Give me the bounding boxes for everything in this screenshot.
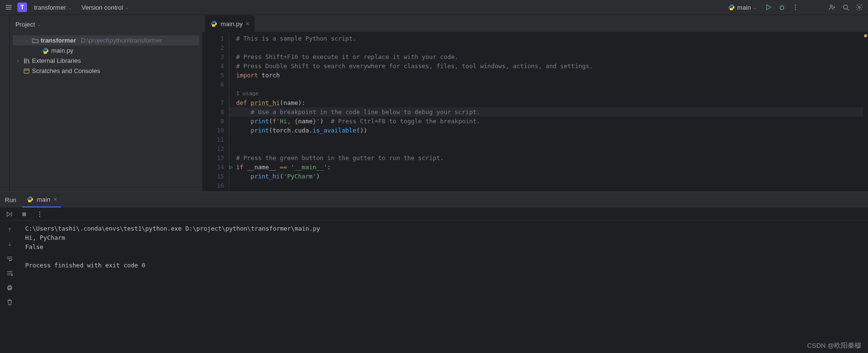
- run-side-toolbar: [0, 221, 19, 353]
- chevron-down-icon: ⌄: [125, 5, 129, 10]
- tree-scratches[interactable]: Scratches and Consoles: [13, 66, 199, 76]
- project-panel: Project ⌄ ⌄ transformer D:\project\pytho…: [10, 15, 202, 191]
- scroll-end-icon[interactable]: [5, 268, 15, 278]
- library-icon: [23, 58, 30, 64]
- watermark: CSDN @欧阳秦穆: [807, 341, 861, 350]
- chevron-down-icon: ⌄: [68, 5, 72, 10]
- code-line[interactable]: # Use a breakpoint in the code line belo…: [229, 107, 863, 117]
- print-icon[interactable]: [5, 283, 15, 293]
- code-line[interactable]: # This is a sample Python script.: [236, 34, 856, 43]
- code-line[interactable]: [236, 135, 856, 144]
- run-panel: Run main × C:\Users\tashi\.conda\env: [0, 191, 868, 353]
- tree-file[interactable]: main.py: [13, 45, 199, 56]
- svg-point-1: [795, 5, 796, 6]
- code-line[interactable]: # Press Shift+F10 to execute it or repla…: [236, 52, 856, 61]
- svg-point-11: [39, 216, 40, 217]
- svg-point-9: [39, 211, 40, 212]
- editor-tab[interactable]: main.py ×: [205, 15, 254, 32]
- code-line[interactable]: [236, 181, 856, 190]
- run-tab[interactable]: main ×: [22, 192, 61, 207]
- code-line[interactable]: print_hi('PyCharm'): [236, 172, 856, 181]
- vc-dropdown[interactable]: Version control ⌄: [78, 3, 132, 12]
- svg-point-4: [830, 5, 832, 7]
- project-dropdown[interactable]: transformer ⌄: [31, 3, 75, 12]
- up-icon[interactable]: [5, 225, 15, 235]
- svg-rect-8: [22, 212, 26, 216]
- svg-point-5: [843, 5, 847, 9]
- tree-scratches-label: Scratches and Consoles: [32, 67, 100, 74]
- tree-root-path: D:\project\python\transformer: [81, 37, 162, 44]
- tree-file-name: main.py: [51, 47, 74, 54]
- code-line[interactable]: [236, 80, 856, 89]
- left-tool-strip[interactable]: [0, 15, 10, 191]
- run-panel-label: Run: [5, 196, 16, 204]
- chevron-down-icon: ⌄: [37, 22, 41, 27]
- softwrap-icon[interactable]: [5, 254, 15, 264]
- code-line[interactable]: # Press Double Shift to search everywher…: [236, 61, 856, 71]
- down-icon[interactable]: [5, 239, 15, 249]
- code-line[interactable]: [236, 43, 856, 52]
- run-config-name: main: [737, 4, 751, 11]
- editor-gutter[interactable]: 1234567891011121314▷1516: [202, 32, 229, 191]
- svg-point-2: [795, 7, 796, 8]
- scratch-icon: [23, 68, 30, 74]
- chevron-down-icon: ⌄: [23, 38, 30, 43]
- code-line[interactable]: [236, 144, 856, 153]
- editor-tab-name: main.py: [221, 20, 243, 28]
- code-line[interactable]: print(f'Hi, {name}') # Press Ctrl+F8 to …: [236, 117, 856, 126]
- code-with-me-icon[interactable]: [827, 2, 837, 12]
- run-console[interactable]: C:\Users\tashi\.conda\envs\test1\python.…: [19, 221, 868, 353]
- run-tab-name: main: [37, 196, 50, 203]
- svg-rect-13: [8, 286, 11, 287]
- main-menu-icon[interactable]: [4, 2, 14, 12]
- search-icon[interactable]: [841, 2, 851, 12]
- run-tab-bar: Run main ×: [0, 192, 868, 207]
- settings-icon[interactable]: [854, 2, 864, 12]
- python-icon: [26, 195, 34, 203]
- project-tree: ⌄ transformer D:\project\python\transfor…: [10, 33, 202, 78]
- run-button[interactable]: [763, 2, 773, 12]
- svg-point-3: [795, 9, 796, 10]
- code-line[interactable]: print(torch.cuda.is_available()): [236, 126, 856, 135]
- vc-label: Version control: [81, 4, 123, 11]
- code-line[interactable]: def print_hi(name):: [236, 98, 856, 107]
- editor-tab-bar: main.py ×: [202, 15, 868, 32]
- top-bar: T transformer ⌄ Version control ⌄ main ⌄: [0, 0, 868, 15]
- editor-body: 1234567891011121314▷1516 # This is a sam…: [202, 32, 868, 191]
- svg-point-10: [39, 213, 40, 214]
- stop-icon[interactable]: [19, 209, 29, 219]
- svg-point-6: [858, 6, 860, 8]
- debug-button[interactable]: [777, 2, 787, 12]
- editor-scrollbar[interactable]: [863, 32, 868, 191]
- project-title: Project: [15, 21, 35, 28]
- tree-root[interactable]: ⌄ transformer D:\project\python\transfor…: [13, 35, 199, 45]
- project-header[interactable]: Project ⌄: [10, 15, 202, 33]
- close-icon[interactable]: ×: [246, 20, 250, 28]
- warning-marker-icon: [864, 34, 867, 37]
- run-body: C:\Users\tashi\.conda\envs\test1\python.…: [0, 221, 868, 353]
- code-line[interactable]: # Press the green button in the gutter t…: [236, 153, 856, 162]
- project-badge: T: [17, 2, 27, 12]
- python-icon: [210, 20, 218, 28]
- project-name: transformer: [34, 4, 66, 11]
- editor-area: main.py × 1234567891011121314▷1516 # Thi…: [202, 15, 868, 191]
- python-icon: [728, 3, 735, 11]
- chevron-right-icon: ›: [15, 58, 21, 63]
- run-toolbar: [0, 207, 868, 221]
- code-line[interactable]: if __name__ == '__main__':: [236, 162, 856, 172]
- folder-icon: [32, 37, 39, 44]
- more-icon[interactable]: [35, 209, 45, 219]
- tree-external-libraries[interactable]: › External Libraries: [13, 56, 199, 66]
- tree-external-label: External Libraries: [32, 57, 81, 64]
- python-icon: [42, 47, 49, 55]
- run-config-dropdown[interactable]: main ⌄: [725, 2, 760, 12]
- main-area: Project ⌄ ⌄ transformer D:\project\pytho…: [0, 15, 868, 191]
- close-icon[interactable]: ×: [53, 195, 57, 203]
- tree-root-name: transformer: [41, 37, 76, 44]
- rerun-icon[interactable]: [4, 209, 14, 219]
- usages-hint[interactable]: 1 usage: [236, 89, 856, 98]
- more-actions-icon[interactable]: [791, 2, 800, 12]
- code-line[interactable]: import torch: [236, 71, 856, 80]
- editor-code[interactable]: # This is a sample Python script. # Pres…: [229, 32, 863, 191]
- trash-icon[interactable]: [5, 297, 15, 307]
